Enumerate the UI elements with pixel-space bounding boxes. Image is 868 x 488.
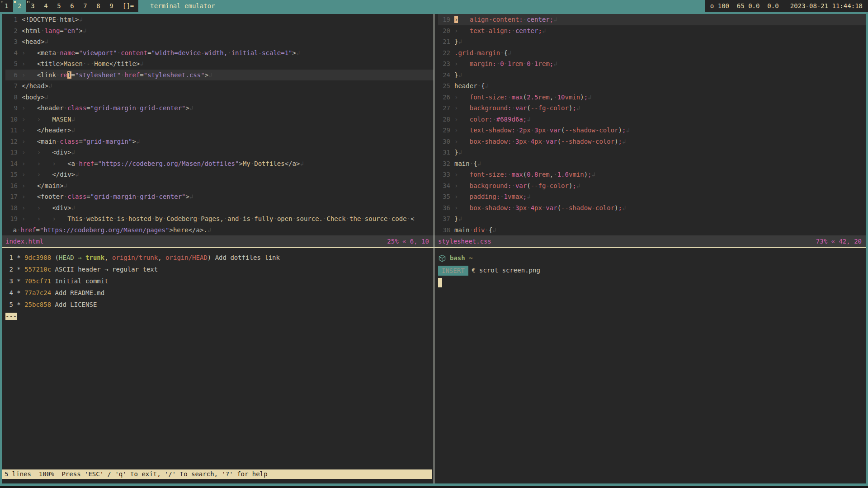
- code-area-stylesheet-css[interactable]: 19› align-content:·center;↲20› text-alig…: [434, 14, 866, 235]
- terminal-window: 1<!DOCTYPE·html>↲2<html·lang="en">↲3<hea…: [0, 12, 868, 486]
- code-line: 18› › <div>↲: [5, 202, 434, 214]
- cursor-position-left: 25% « 6, 10: [387, 238, 429, 245]
- workspace-tag-9[interactable]: 9: [105, 0, 118, 12]
- log-line: 2 * 557210c ASCII header → regular text: [5, 263, 434, 275]
- editor-pane-index-html[interactable]: 1<!DOCTYPE·html>↲2<html·lang="en">↲3<hea…: [2, 14, 434, 247]
- code-line: 2<html·lang="en">↲: [5, 25, 434, 37]
- line-number: 34: [438, 180, 450, 192]
- prompt-symbol: €: [472, 264, 476, 277]
- code-line: 38main·div·{↲: [438, 225, 866, 236]
- insert-mode-badge: INSERT: [438, 266, 468, 276]
- workspace-tag-4[interactable]: 4: [39, 0, 52, 12]
- git-log-pane[interactable]: 1 * 9dc3988 (HEAD → trunk, origin/trunk,…: [2, 248, 434, 483]
- shell-command-line[interactable]: INSERT € scrot screen.png: [438, 264, 866, 277]
- log-line: 4 * 77a7c24 Add README.md: [5, 287, 434, 299]
- code-line: 5› <title>Masen·-·Home</title>↲: [5, 58, 434, 70]
- line-number: 4: [5, 47, 18, 59]
- terminal-block-cursor: [438, 278, 442, 287]
- code-line: 3<head>↲: [5, 36, 434, 47]
- code-line: 37}↲: [438, 213, 866, 225]
- workspace-tag-1[interactable]: 1: [0, 0, 13, 12]
- line-number: 24: [438, 70, 450, 81]
- workspace-tag-2[interactable]: 2: [13, 0, 26, 12]
- line-number: 14: [5, 158, 18, 169]
- line-number: 29: [438, 125, 450, 136]
- code-line: 36› box-shadow:·3px·4px·var(--shadow-col…: [438, 202, 866, 214]
- code-line: 10› › MASEN↲: [5, 114, 434, 125]
- line-number: 35: [438, 191, 450, 202]
- code-line: 8<body>↲: [5, 92, 434, 103]
- hollow-square-indicator: [1, 1, 3, 3]
- hollow-square-indicator: [27, 1, 29, 3]
- bar-status-text: o 100 65 0.0 0.0 2023-08-21 11:44:18: [705, 0, 868, 12]
- code-line: 33› font-size:·max(0.8rem,·1.6vmin);↲: [438, 169, 866, 180]
- line-number: 2: [5, 25, 18, 37]
- line-number: 19: [5, 213, 18, 225]
- code-line: 12› <main·class="grid-margin">↲: [5, 136, 434, 147]
- code-line: 24}↲: [438, 70, 866, 81]
- shell-cursor-line: [438, 277, 866, 289]
- code-line: 4› <meta·name="viewport"·content="width=…: [5, 47, 434, 59]
- pager-statusbar: 5 lines 100% Press 'ESC' / 'q' to exit, …: [2, 469, 432, 479]
- code-line: 6› <link·rel="stylesheet"·href="styleshe…: [5, 70, 434, 81]
- code-line: 31}↲: [438, 147, 866, 158]
- line-number: 28: [438, 114, 450, 125]
- workspace-tag-3[interactable]: 3: [26, 0, 39, 12]
- line-number: 12: [5, 136, 18, 147]
- line-number: 10: [5, 114, 18, 125]
- line-number: 26: [438, 92, 450, 103]
- workspace-tag-8[interactable]: 8: [92, 0, 105, 12]
- code-line: 32main·{↲: [438, 158, 866, 169]
- log-line: 5 * 25bc858 Add LICENSE: [5, 299, 434, 310]
- workspace-tag-5[interactable]: 5: [52, 0, 66, 12]
- line-number: 11: [5, 125, 18, 136]
- line-number: 30: [438, 136, 450, 147]
- line-number: 1: [5, 14, 18, 25]
- filled-square-indicator: [14, 1, 16, 3]
- code-line: 1<!DOCTYPE·html>↲: [5, 14, 434, 25]
- code-line: 23› margin:·0·1rem·0·1rem;↲: [438, 58, 866, 70]
- line-number: 22: [438, 47, 450, 59]
- code-line: 19› › › This·website·is·hosted·by·Codebe…: [5, 213, 434, 225]
- right-column: 19› align-content:·center;↲20› text-alig…: [434, 14, 866, 483]
- code-line: 28› color:·#689d6a;↲: [438, 114, 866, 125]
- line-number: 7: [5, 80, 18, 92]
- line-number: 36: [438, 202, 450, 214]
- line-number: 17: [5, 191, 18, 202]
- line-number: 19: [438, 14, 450, 25]
- line-number: 25: [438, 80, 450, 92]
- code-line: 13› › <div>↲: [5, 147, 434, 158]
- code-line: 30› box-shadow:·3px·4px·var(--shadow-col…: [438, 136, 866, 147]
- code-line: 17› <footer·class="grid-margin·grid-cent…: [5, 191, 434, 202]
- line-number: 13: [5, 147, 18, 158]
- line-number: 33: [438, 169, 450, 180]
- filename-left: index.html: [5, 238, 43, 245]
- log-line: ---: [5, 310, 434, 322]
- code-line: 29› text-shadow:·2px·3px·var(--shadow-co…: [438, 125, 866, 136]
- code-line: 35› padding:·1vmax;↲: [438, 191, 866, 202]
- line-number: 21: [438, 36, 450, 47]
- line-number: 5: [5, 58, 18, 70]
- code-line: 34› background:·var(--fg-color);↲: [438, 180, 866, 192]
- code-area-index-html[interactable]: 1<!DOCTYPE·html>↲2<html·lang="en">↲3<hea…: [2, 14, 434, 235]
- cursor-position-right: 73% « 42, 20: [816, 238, 862, 245]
- layout-indicator[interactable]: []=: [118, 0, 138, 12]
- line-number: 9: [5, 103, 18, 114]
- line-number: 38: [438, 225, 450, 236]
- editor-pane-stylesheet-css[interactable]: 19› align-content:·center;↲20› text-alig…: [434, 14, 866, 247]
- git-log-output: 1 * 9dc3988 (HEAD → trunk, origin/trunk,…: [2, 248, 434, 469]
- line-number: 20: [438, 25, 450, 37]
- line-number: 23: [438, 58, 450, 70]
- workspace-tag-7[interactable]: 7: [79, 0, 92, 12]
- shell-pane[interactable]: bash ~ INSERT € scrot screen.png: [434, 248, 866, 483]
- line-number: 37: [438, 213, 450, 225]
- code-line: 14› › › <a·href="https://codeberg.org/Ma…: [5, 158, 434, 169]
- workspace-tag-6[interactable]: 6: [66, 0, 79, 12]
- code-line: 25header·{↲: [438, 80, 866, 92]
- code-line: 9› <header·class="grid-margin·grid-cente…: [5, 103, 434, 114]
- code-line: 22.grid-margin·{↲: [438, 47, 866, 59]
- line-number: 32: [438, 158, 450, 169]
- code-line: 20› text-align:·center;↲: [438, 25, 866, 37]
- line-number: 31: [438, 147, 450, 158]
- shell-prompt-line: bash ~: [438, 252, 866, 264]
